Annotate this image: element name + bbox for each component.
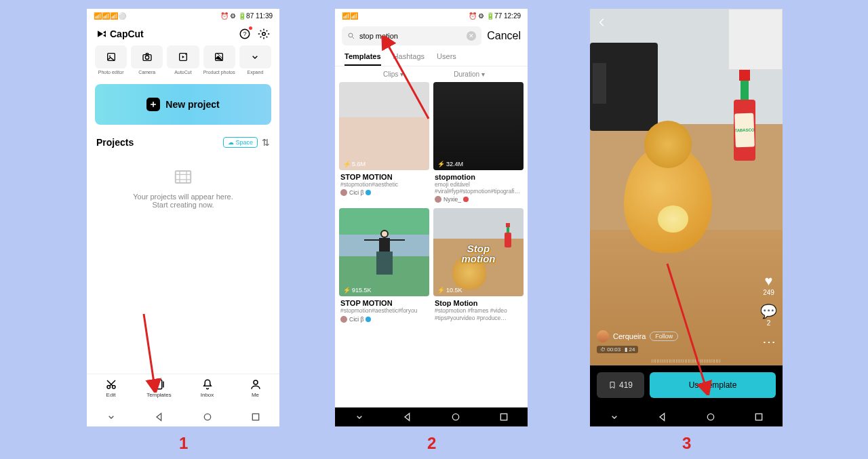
card-tags: #stopmotion #frames #video #tips#yourvid…: [433, 307, 524, 321]
results-grid: ⚡5.6M STOP MOTION #stopmotion#aesthetic …: [335, 82, 528, 324]
nav-dropdown-icon[interactable]: [106, 412, 117, 422]
follow-button[interactable]: Follow: [650, 332, 678, 341]
nav-home-icon[interactable]: [202, 412, 213, 422]
svg-rect-20: [500, 414, 507, 420]
step-label-2: 2: [427, 434, 436, 453]
card-tags: #stopmotion#aesthetic#foryou: [339, 307, 429, 314]
nav-home-icon[interactable]: [450, 412, 461, 422]
card-thumbnail: ⚡915.5K: [339, 208, 429, 296]
empty-line1: Your projects will appear here.: [87, 193, 279, 201]
nav-inbox[interactable]: Inbox: [183, 374, 231, 407]
thumbnail-overlay: Stop motion: [456, 243, 501, 264]
template-card[interactable]: ⚡915.5K STOP MOTION #stopmotion#aestheti…: [339, 208, 429, 323]
space-button[interactable]: ☁ Space: [223, 137, 258, 148]
scissors-icon: [105, 378, 117, 391]
nav-back-icon[interactable]: [657, 412, 668, 422]
nav-dropdown-icon[interactable]: [354, 412, 365, 422]
tab-users[interactable]: Users: [437, 52, 456, 66]
nav-recent-icon[interactable]: [753, 412, 764, 422]
card-author: Cici β: [339, 188, 429, 197]
template-card[interactable]: Stop motion ⚡10.5K Stop Motion #stopmoti…: [433, 208, 524, 323]
verified-icon: [463, 197, 469, 202]
bell-icon: [201, 378, 214, 391]
card-tags: emoji editável #viral#fyp#stopmotion#tip…: [433, 181, 524, 195]
new-project-button[interactable]: ＋ New project: [95, 84, 271, 125]
settings-icon[interactable]: [258, 28, 270, 40]
status-bar: 📶📶 ⏰ ⚙ 🔋77 12:29: [335, 9, 528, 22]
filter-clips[interactable]: Clips ▾: [355, 71, 431, 78]
cancel-button[interactable]: Cancel: [487, 30, 521, 42]
autocut-icon: [178, 52, 189, 62]
camera-icon: [142, 52, 153, 62]
search-input[interactable]: [359, 32, 462, 40]
nav-dropdown-icon[interactable]: [609, 412, 620, 422]
card-title: stopmotion: [433, 173, 524, 181]
clear-search-icon[interactable]: ✕: [467, 31, 476, 41]
use-template-button[interactable]: Use template: [650, 372, 776, 398]
tool-expand[interactable]: Expand: [239, 45, 271, 75]
help-icon[interactable]: ?: [239, 28, 251, 40]
bookmark-button[interactable]: 419: [597, 372, 644, 398]
nav-me[interactable]: Me: [231, 374, 279, 407]
card-thumbnail: ⚡5.6M: [339, 82, 429, 170]
nav-back-icon[interactable]: [402, 412, 413, 422]
verified-icon: [366, 190, 371, 195]
android-nav: [87, 407, 279, 426]
author-name[interactable]: Cerqueira: [613, 332, 646, 340]
scrubber[interactable]: ||||||||||||||||||||||||||||||||||||||||: [652, 359, 721, 363]
notification-dot: [249, 26, 252, 30]
tool-photo-editor[interactable]: Photo editor: [95, 45, 127, 75]
side-actions: ♥ 249 💬 2 ⋯: [760, 273, 777, 357]
filter-duration[interactable]: Duration ▾: [431, 71, 507, 78]
svg-rect-15: [252, 414, 258, 420]
svg-point-13: [254, 380, 258, 384]
empty-line2: Start creating now.: [87, 201, 279, 209]
nav-recent-icon[interactable]: [498, 412, 509, 422]
android-nav: [590, 407, 783, 426]
template-meta: ⏱ 00:03 ▮ 24: [597, 346, 638, 353]
comment-icon: 💬: [760, 303, 777, 319]
svg-rect-9: [176, 171, 191, 183]
empty-state: Your projects will appear here. Start cr…: [87, 167, 279, 209]
film-icon: [173, 167, 193, 187]
more-button[interactable]: ⋯: [760, 334, 777, 350]
nav-edit[interactable]: Edit: [87, 374, 135, 407]
verified-icon: [366, 317, 371, 322]
card-author: Nyxie_: [433, 195, 524, 204]
bottle-graphic: TABASCO: [734, 70, 755, 161]
tab-templates[interactable]: Templates: [344, 52, 381, 66]
screen-1: 📶📶📶⚪ ⏰ ⚙ 🔋87 11:39 CapCut ? Photo editor…: [87, 9, 279, 426]
nav-templates[interactable]: Templates: [135, 374, 183, 407]
nav-recent-icon[interactable]: [250, 412, 261, 422]
back-button[interactable]: [597, 17, 608, 28]
tool-autocut[interactable]: AutoCut: [167, 45, 199, 75]
template-preview[interactable]: TABASCO: [590, 9, 783, 365]
like-button[interactable]: ♥ 249: [760, 273, 777, 296]
card-views: ⚡5.6M: [343, 161, 366, 167]
template-card[interactable]: ⚡32.4M stopmotion emoji editável #viral#…: [433, 82, 524, 204]
nav-home-icon[interactable]: [705, 412, 716, 422]
projects-heading: Projects: [96, 137, 134, 148]
comment-button[interactable]: 💬 2: [760, 303, 777, 327]
avatar-icon: [435, 196, 441, 203]
tool-shortcuts: Photo editor Camera AutoCut Product phot…: [87, 43, 279, 77]
svg-point-22: [707, 414, 713, 420]
duration: ⏱ 00:03: [600, 346, 620, 353]
comment-count: 2: [760, 319, 777, 327]
step-label-1: 1: [179, 434, 188, 453]
card-views: ⚡10.5K: [437, 287, 462, 294]
status-right: ⏰ ⚙ 🔋87 11:39: [220, 12, 273, 20]
tab-hashtags[interactable]: Hashtags: [393, 52, 425, 66]
card-views: ⚡915.5K: [343, 287, 372, 294]
author-avatar[interactable]: [597, 330, 609, 342]
template-card[interactable]: ⚡5.6M STOP MOTION #stopmotion#aesthetic …: [339, 82, 429, 204]
search-box[interactable]: ✕: [342, 26, 481, 45]
tool-product-photos[interactable]: Product photos: [203, 45, 235, 75]
sort-icon[interactable]: ⇅: [262, 137, 270, 148]
tool-camera[interactable]: Camera: [131, 45, 163, 75]
avatar-icon: [340, 316, 347, 323]
nav-back-icon[interactable]: [154, 412, 165, 422]
product-icon: [214, 52, 224, 62]
svg-point-17: [349, 33, 353, 37]
image-icon: [106, 52, 117, 62]
